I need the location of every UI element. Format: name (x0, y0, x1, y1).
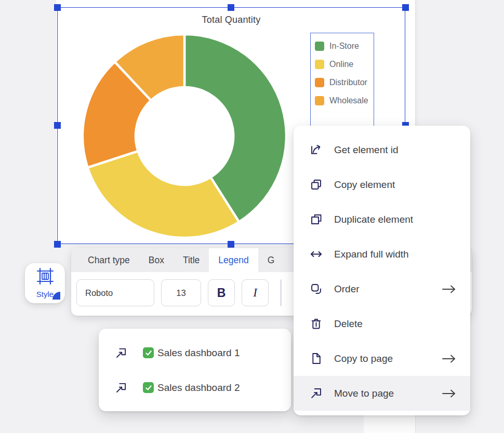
legend-label: Wholesale (329, 96, 368, 105)
legend-swatch (315, 78, 324, 87)
next-page-peek (364, 415, 415, 433)
order-icon (309, 282, 323, 296)
menu-item-duplicate-element[interactable]: Duplicate element (294, 202, 470, 237)
menu-item-order[interactable]: Order (294, 272, 470, 306)
italic-icon: I (253, 286, 257, 300)
menu-item-label: Delete (334, 318, 363, 330)
submenu-item-sales-dashboard-2[interactable]: Sales dashboard 2 (99, 370, 291, 405)
menu-item-label: Move to page (334, 388, 394, 399)
move-to-page-icon (114, 381, 128, 395)
legend-swatch (315, 42, 324, 51)
move-to-page-icon (309, 386, 323, 400)
menu-item-label: Get element id (334, 144, 399, 156)
font-size-input[interactable]: 13 (161, 279, 201, 306)
menu-item-get-element-id[interactable]: Get element id (294, 132, 470, 167)
tab-title[interactable]: Title (174, 248, 209, 272)
legend-item[interactable]: Distributor (311, 73, 374, 91)
bold-icon: B (217, 286, 226, 300)
chart-legend[interactable]: In-Store Online Distributor Wholesale (310, 33, 374, 127)
legend-label: In-Store (329, 42, 359, 51)
menu-item-expand-full-width[interactable]: Expand full width (294, 237, 470, 272)
submenu-arrow-icon (441, 354, 457, 364)
app-canvas: Total Quantity In-Store Online Distribut… (0, 0, 504, 433)
duplicate-icon (309, 212, 323, 226)
element-context-menu: Get element id Copy element Duplicate el… (294, 126, 470, 415)
menu-item-label: Expand full width (334, 249, 409, 260)
bold-button[interactable]: B (208, 279, 235, 306)
selection-handle[interactable] (228, 241, 234, 248)
menu-item-label: Copy to page (334, 353, 393, 364)
legend-item[interactable]: Wholesale (311, 91, 374, 110)
legend-label: Online (329, 60, 353, 69)
selection-handle[interactable] (54, 122, 61, 129)
legend-swatch (315, 60, 324, 69)
selection-handle[interactable] (54, 241, 61, 248)
submenu-item-label: Sales dashboard 1 (157, 347, 240, 359)
copy-icon (309, 178, 323, 192)
menu-item-copy-to-page[interactable]: Copy to page (294, 341, 470, 376)
italic-button[interactable]: I (242, 279, 269, 306)
check-emoji (143, 347, 154, 358)
font-family-select[interactable]: Roboto (76, 279, 154, 306)
legend-swatch (315, 96, 324, 105)
get-element-id-icon (309, 143, 323, 157)
menu-item-label: Duplicate element (334, 214, 413, 225)
selection-handle[interactable] (54, 4, 61, 11)
trash-icon (309, 317, 323, 331)
menu-item-move-to-page[interactable]: Move to page (294, 376, 470, 411)
legend-item[interactable]: Online (311, 55, 374, 73)
tab-grid[interactable]: G (258, 248, 284, 272)
style-button[interactable]: Style (25, 263, 65, 303)
legend-label: Distributor (329, 78, 367, 87)
selection-handle[interactable] (402, 4, 409, 11)
submenu-arrow-icon (441, 388, 457, 399)
legend-item[interactable]: In-Store (311, 37, 374, 55)
page-icon (309, 351, 323, 366)
menu-item-delete[interactable]: Delete (294, 306, 470, 341)
font-size-value: 13 (176, 288, 185, 298)
tab-legend[interactable]: Legend (209, 248, 258, 272)
expand-width-icon (309, 247, 323, 261)
check-emoji (143, 382, 154, 393)
submenu-item-label: Sales dashboard 2 (157, 382, 240, 394)
move-to-page-submenu: Sales dashboard 1 Sales dashboard 2 (99, 329, 291, 411)
menu-item-label: Copy element (334, 179, 395, 191)
menu-item-copy-element[interactable]: Copy element (294, 167, 470, 202)
tab-box[interactable]: Box (139, 248, 174, 272)
style-frame-icon (35, 266, 55, 286)
tab-chart-type[interactable]: Chart type (78, 248, 139, 272)
submenu-arrow-icon (441, 284, 457, 294)
menu-item-label: Order (334, 283, 360, 295)
submenu-item-sales-dashboard-1[interactable]: Sales dashboard 1 (99, 335, 291, 370)
move-to-page-icon (114, 346, 128, 360)
selection-handle[interactable] (228, 4, 234, 11)
font-family-value: Roboto (85, 288, 113, 298)
toolbar-divider (280, 279, 282, 306)
